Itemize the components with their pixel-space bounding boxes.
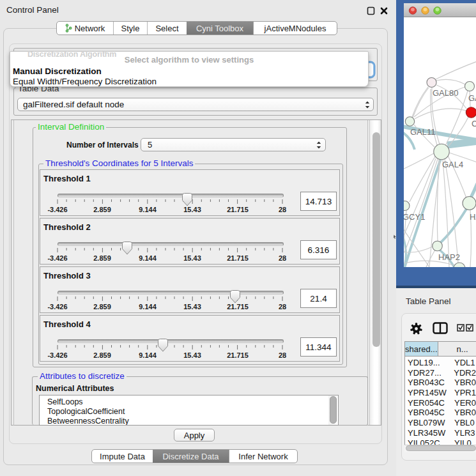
svg-text:HAP2: HAP2 (438, 252, 460, 262)
svg-text:GAL11: GAL11 (410, 127, 436, 137)
svg-text:GAL80: GAL80 (433, 88, 458, 98)
svg-text:GA: GA (468, 93, 476, 103)
svg-text:HA: HA (470, 212, 476, 222)
svg-text:GAL4: GAL4 (442, 160, 463, 169)
svg-text:CY: CY (472, 119, 476, 128)
svg-text:GCY1: GCY1 (404, 212, 425, 222)
